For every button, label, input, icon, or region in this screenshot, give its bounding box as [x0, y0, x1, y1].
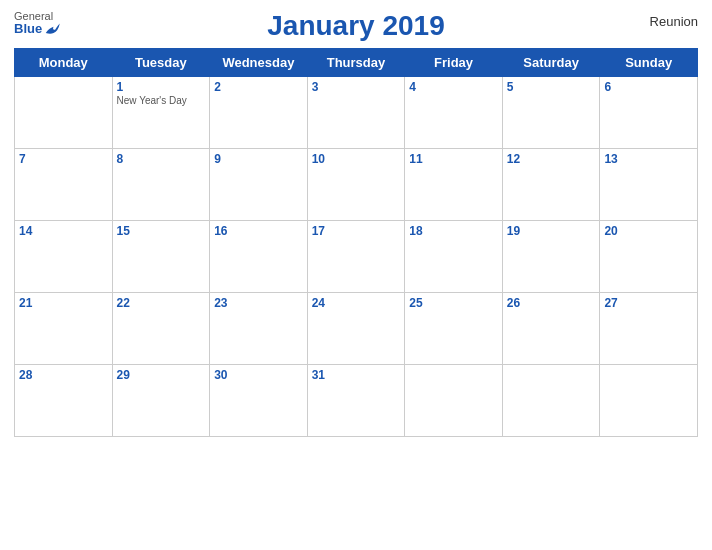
- day-number: 5: [507, 80, 596, 94]
- day-number: 14: [19, 224, 108, 238]
- calendar-day-cell: 22: [112, 293, 210, 365]
- day-number: 19: [507, 224, 596, 238]
- day-number: 31: [312, 368, 401, 382]
- weekday-header: Thursday: [307, 49, 405, 77]
- calendar-day-cell: 29: [112, 365, 210, 437]
- calendar-day-cell: 7: [15, 149, 113, 221]
- calendar-header: General Blue January 2019 Reunion: [14, 10, 698, 42]
- calendar-day-cell: 4: [405, 77, 503, 149]
- calendar-day-cell: 28: [15, 365, 113, 437]
- day-number: 25: [409, 296, 498, 310]
- calendar-week-row: 1New Year's Day23456: [15, 77, 698, 149]
- calendar-day-cell: 17: [307, 221, 405, 293]
- calendar-day-cell: 18: [405, 221, 503, 293]
- calendar-day-cell: 12: [502, 149, 600, 221]
- month-title: January 2019: [267, 10, 444, 42]
- calendar-day-cell: 16: [210, 221, 308, 293]
- calendar-day-cell: 31: [307, 365, 405, 437]
- day-number: 30: [214, 368, 303, 382]
- calendar-week-row: 78910111213: [15, 149, 698, 221]
- weekday-header: Monday: [15, 49, 113, 77]
- calendar-day-cell: [502, 365, 600, 437]
- day-number: 20: [604, 224, 693, 238]
- logo-bird-icon: [44, 22, 60, 36]
- calendar-day-cell: [600, 365, 698, 437]
- weekday-header: Sunday: [600, 49, 698, 77]
- calendar-day-cell: 21: [15, 293, 113, 365]
- logo: General Blue: [14, 10, 60, 36]
- calendar-day-cell: 11: [405, 149, 503, 221]
- calendar-day-cell: 5: [502, 77, 600, 149]
- weekday-header: Tuesday: [112, 49, 210, 77]
- calendar-day-cell: 9: [210, 149, 308, 221]
- calendar-day-cell: 20: [600, 221, 698, 293]
- day-number: 21: [19, 296, 108, 310]
- day-number: 7: [19, 152, 108, 166]
- day-number: 26: [507, 296, 596, 310]
- day-number: 15: [117, 224, 206, 238]
- day-number: 29: [117, 368, 206, 382]
- calendar-day-cell: 6: [600, 77, 698, 149]
- calendar-table: MondayTuesdayWednesdayThursdayFridaySatu…: [14, 48, 698, 437]
- holiday-label: New Year's Day: [117, 95, 206, 106]
- calendar-day-cell: 19: [502, 221, 600, 293]
- day-number: 8: [117, 152, 206, 166]
- calendar-week-row: 14151617181920: [15, 221, 698, 293]
- calendar-day-cell: 13: [600, 149, 698, 221]
- calendar-day-cell: 25: [405, 293, 503, 365]
- day-number: 24: [312, 296, 401, 310]
- day-number: 22: [117, 296, 206, 310]
- day-number: 17: [312, 224, 401, 238]
- day-number: 27: [604, 296, 693, 310]
- day-number: 10: [312, 152, 401, 166]
- calendar-day-cell: 26: [502, 293, 600, 365]
- calendar-day-cell: 1New Year's Day: [112, 77, 210, 149]
- calendar-week-row: 21222324252627: [15, 293, 698, 365]
- day-number: 3: [312, 80, 401, 94]
- calendar-day-cell: 10: [307, 149, 405, 221]
- calendar-day-cell: 27: [600, 293, 698, 365]
- day-number: 4: [409, 80, 498, 94]
- calendar-day-cell: [15, 77, 113, 149]
- logo-blue-text: Blue: [14, 22, 60, 36]
- region-label: Reunion: [650, 14, 698, 29]
- calendar-body: 1New Year's Day2345678910111213141516171…: [15, 77, 698, 437]
- day-number: 28: [19, 368, 108, 382]
- day-number: 11: [409, 152, 498, 166]
- day-number: 23: [214, 296, 303, 310]
- day-number: 1: [117, 80, 206, 94]
- day-number: 16: [214, 224, 303, 238]
- calendar-day-cell: 15: [112, 221, 210, 293]
- calendar-day-cell: 14: [15, 221, 113, 293]
- calendar-day-cell: 3: [307, 77, 405, 149]
- calendar-day-cell: 2: [210, 77, 308, 149]
- day-number: 18: [409, 224, 498, 238]
- calendar-week-row: 28293031: [15, 365, 698, 437]
- weekday-header: Friday: [405, 49, 503, 77]
- day-number: 9: [214, 152, 303, 166]
- weekday-header-row: MondayTuesdayWednesdayThursdayFridaySatu…: [15, 49, 698, 77]
- calendar-day-cell: 24: [307, 293, 405, 365]
- weekday-header: Saturday: [502, 49, 600, 77]
- day-number: 2: [214, 80, 303, 94]
- calendar-day-cell: 23: [210, 293, 308, 365]
- day-number: 6: [604, 80, 693, 94]
- weekday-header: Wednesday: [210, 49, 308, 77]
- calendar-day-cell: 30: [210, 365, 308, 437]
- day-number: 12: [507, 152, 596, 166]
- calendar-day-cell: 8: [112, 149, 210, 221]
- day-number: 13: [604, 152, 693, 166]
- calendar-container: General Blue January 2019 Reunion Monday…: [0, 0, 712, 550]
- calendar-day-cell: [405, 365, 503, 437]
